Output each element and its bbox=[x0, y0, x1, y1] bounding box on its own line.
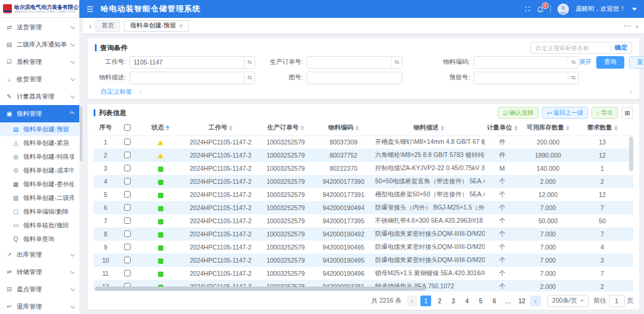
sidebar-item[interactable]: ⊙ 领料单创建-成本中心 bbox=[0, 164, 79, 177]
row-checkbox[interactable] bbox=[124, 270, 131, 276]
page-size-select[interactable]: 200条/页 bbox=[547, 295, 588, 307]
row-checkbox[interactable] bbox=[124, 165, 131, 171]
col-unit[interactable]: 计量单位 bbox=[485, 121, 519, 136]
sidebar-item[interactable]: ⇌ 转储管理 bbox=[0, 263, 79, 281]
row-checkbox[interactable] bbox=[124, 178, 131, 184]
tabs-more-icon[interactable]: ⋯ bbox=[624, 21, 631, 30]
back-button[interactable]: ↩返回上一级 bbox=[542, 107, 588, 119]
collapse-sidebar-icon[interactable]: ☰ bbox=[86, 5, 94, 13]
page-number[interactable]: 5 bbox=[475, 295, 486, 306]
sidebar-scrollbar-thumb[interactable] bbox=[80, 106, 82, 161]
col-demand[interactable]: 需求数量 bbox=[577, 121, 628, 136]
row-checkbox[interactable] bbox=[124, 191, 131, 198]
col-material-code[interactable]: 物料编码 bbox=[314, 121, 373, 136]
table-row[interactable]: 9 2024HPC1105-1147-2 10003252579 9420001… bbox=[94, 241, 633, 254]
material-code-input[interactable] bbox=[474, 57, 568, 68]
tab-current[interactable]: 领料单创建-预留 × bbox=[124, 20, 188, 32]
sidebar-item[interactable]: ▭ 领料单核批/撤回 bbox=[0, 218, 79, 232]
row-checkbox[interactable] bbox=[124, 230, 131, 237]
table-row[interactable]: 3 2024HPC1105-1147-2 10003252579 8022237… bbox=[94, 162, 633, 175]
table-row[interactable]: 11 2024HPC1105-1147-2 10003252579 942000… bbox=[94, 267, 633, 280]
custom-tag-link[interactable]: 自定义标签 bbox=[101, 88, 132, 96]
search-button[interactable]: 查询 bbox=[596, 56, 624, 69]
sidebar-item[interactable]: ▥ 领料单创建-二级库 bbox=[0, 191, 79, 205]
sidebar-item[interactable]: ◎ 领料单创建-特殊项目 bbox=[0, 150, 79, 164]
row-checkbox[interactable] bbox=[124, 152, 131, 158]
table-row[interactable]: 1 2024HPC1105-1147-2 10003252579 8003730… bbox=[94, 136, 633, 149]
tags-scroll-left-icon[interactable]: ‹ bbox=[140, 88, 142, 96]
sidebar-item[interactable]: ⇄ 送货管理 bbox=[0, 19, 79, 36]
sort-icon[interactable] bbox=[614, 125, 618, 131]
user-greeting[interactable]: 庞晓明，欢迎您！ bbox=[575, 5, 626, 13]
user-menu-caret-icon[interactable] bbox=[632, 8, 637, 11]
sidebar-item[interactable]: ▢ 领料单编辑/删除 bbox=[0, 205, 79, 218]
row-checkbox[interactable] bbox=[124, 217, 131, 224]
sidebar-item[interactable]: ⊟ 盘点管理 bbox=[0, 281, 79, 298]
col-stock[interactable]: 可用库存数量 bbox=[519, 121, 577, 136]
sort-icon[interactable] bbox=[514, 125, 518, 131]
match-type-icon[interactable]: ⇆ bbox=[568, 72, 578, 84]
col-status[interactable]: 状态 bbox=[137, 121, 184, 136]
sidebar-item[interactable]: ↩ 退库管理 bbox=[0, 298, 79, 314]
col-order-no[interactable]: 生产订单号 bbox=[257, 121, 314, 136]
table-row[interactable]: 5 2024HPC1105-1147-2 10003252579 9420001… bbox=[94, 188, 633, 201]
material-desc-input[interactable] bbox=[130, 72, 244, 84]
select-all-checkbox[interactable] bbox=[124, 124, 131, 131]
work-no-input[interactable] bbox=[130, 57, 244, 68]
sidebar-scrollbar[interactable] bbox=[79, 18, 83, 314]
sidebar-item[interactable]: ⌂ 收货管理 bbox=[0, 70, 79, 88]
sidebar-item[interactable]: ↗ 出库管理 bbox=[0, 246, 79, 263]
horizontal-scrollbar[interactable] bbox=[95, 287, 426, 291]
row-checkbox[interactable] bbox=[124, 244, 131, 250]
prev-page-button[interactable]: ‹ bbox=[407, 295, 417, 306]
page-number[interactable]: 2 bbox=[434, 295, 445, 306]
table-row[interactable]: 6 2024HPC1105-1147-2 10003252579 9420001… bbox=[94, 201, 633, 214]
table-row[interactable]: 7 2024HPC1105-1147-2 10003252579 9420001… bbox=[94, 214, 633, 227]
tabs-scroll-left-icon[interactable]: ‹ bbox=[89, 22, 91, 30]
col-material-desc[interactable]: 物料描述 bbox=[373, 121, 485, 136]
page-number[interactable]: … bbox=[503, 295, 513, 306]
tabs-scroll-right-icon[interactable]: › bbox=[636, 22, 638, 30]
sidebar-item[interactable]: ▦ 领料单创建-委外组件 bbox=[0, 177, 79, 191]
sort-icon[interactable] bbox=[441, 125, 444, 131]
row-checkbox[interactable] bbox=[124, 204, 131, 211]
page-number[interactable]: 3 bbox=[448, 295, 459, 306]
sidebar-item[interactable]: △ 领料单创建-紧急 bbox=[0, 136, 79, 150]
col-work-no[interactable]: 工作号 bbox=[184, 121, 257, 136]
export-button[interactable]: ↓导出 bbox=[592, 107, 618, 119]
sidebar-item[interactable]: ▤ 二级库入库通知单 bbox=[0, 36, 79, 53]
sidebar-item[interactable]: ☑ 质检管理 bbox=[0, 53, 79, 70]
user-avatar[interactable] bbox=[558, 4, 569, 15]
table-row[interactable]: 8 2024HPC1105-1147-2 10003252579 9420001… bbox=[94, 227, 633, 241]
sort-icon[interactable] bbox=[166, 125, 169, 131]
table-row[interactable]: 4 2024HPC1105-1147-2 10003252579 9420001… bbox=[94, 175, 633, 188]
table-row[interactable]: 10 2024HPC1105-1147-2 10003252579 942000… bbox=[94, 254, 633, 267]
tags-scroll-right-icon[interactable]: › bbox=[630, 88, 632, 96]
sort-icon[interactable] bbox=[301, 125, 304, 131]
row-checkbox[interactable] bbox=[124, 138, 131, 145]
match-type-icon[interactable]: ⇆ bbox=[391, 57, 402, 68]
reset-button[interactable]: 重置 bbox=[629, 56, 644, 69]
sidebar-item[interactable]: ▤ 领料单创建-预留 bbox=[0, 122, 79, 136]
next-page-button[interactable]: › bbox=[530, 295, 541, 306]
sidebar-item[interactable]: Q 领料单查询 bbox=[0, 232, 79, 246]
confirm-tag-button[interactable]: 确定 bbox=[615, 44, 627, 52]
goto-page-input[interactable] bbox=[609, 295, 625, 307]
vertical-scrollbar[interactable] bbox=[629, 137, 633, 171]
production-order-input[interactable] bbox=[307, 57, 391, 68]
drawing-no-input[interactable] bbox=[307, 72, 402, 84]
page-number[interactable]: 12 bbox=[516, 295, 527, 306]
column-settings-button[interactable]: ⊞ bbox=[621, 107, 633, 119]
fullscreen-icon[interactable]: ∷ bbox=[525, 5, 530, 13]
notification-bell-icon[interactable]: 0 bbox=[537, 5, 544, 13]
custom-tag-name-input[interactable] bbox=[535, 45, 606, 51]
tab-home[interactable]: 首页 bbox=[95, 20, 120, 32]
page-number[interactable]: 6 bbox=[489, 295, 500, 306]
page-number[interactable]: 1 bbox=[420, 295, 431, 306]
close-tab-icon[interactable]: × bbox=[179, 23, 182, 29]
reserve-no-input[interactable] bbox=[474, 72, 568, 84]
sort-icon[interactable] bbox=[229, 125, 233, 131]
confirm-select-button[interactable]: ☑确认选择 bbox=[498, 107, 538, 119]
match-type-icon[interactable]: ⇆ bbox=[244, 72, 255, 84]
sidebar-item[interactable]: ▣ 领料管理 bbox=[0, 105, 79, 122]
